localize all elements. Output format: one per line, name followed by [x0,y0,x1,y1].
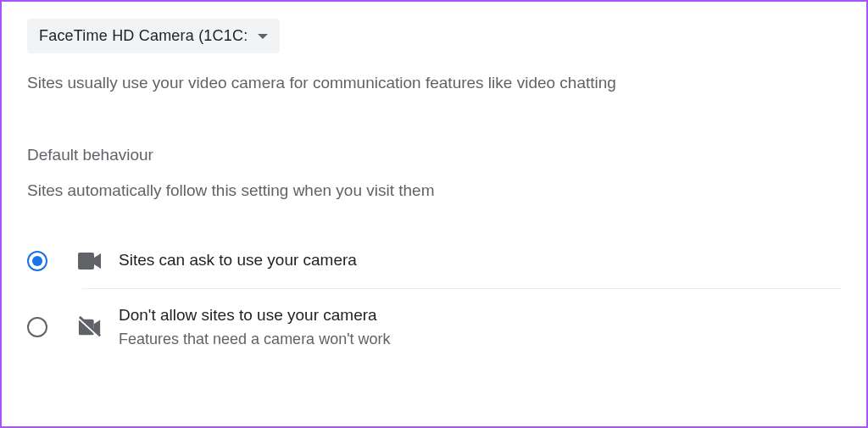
option-allow-row[interactable]: Sites can ask to use your camera [27,234,841,288]
chevron-down-icon [258,34,268,39]
camera-device-label: FaceTime HD Camera (1C1C: [39,27,248,45]
radio-allow[interactable] [27,251,47,271]
option-block-label: Don't allow sites to use your camera [119,304,391,327]
camera-icon [78,249,102,273]
default-behaviour-subtext: Sites automatically follow this setting … [27,181,841,200]
option-block-sublabel: Features that need a camera won't work [119,328,391,351]
camera-device-select[interactable]: FaceTime HD Camera (1C1C: [27,19,280,53]
svg-rect-0 [78,253,94,270]
option-block-row[interactable]: Don't allow sites to use your camera Fea… [27,289,841,367]
camera-description: Sites usually use your video camera for … [27,72,841,95]
default-behaviour-heading: Default behaviour [27,146,841,164]
camera-off-icon [78,315,102,339]
option-allow-label: Sites can ask to use your camera [119,249,357,272]
radio-block[interactable] [27,317,47,337]
